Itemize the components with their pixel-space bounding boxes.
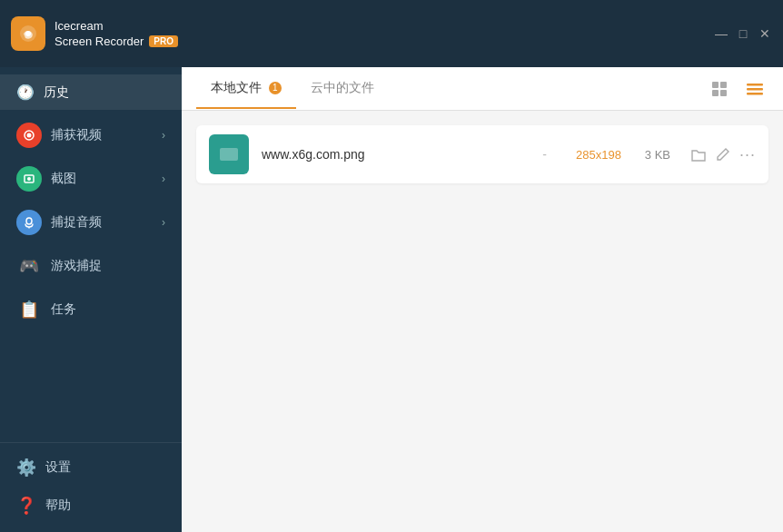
window-controls: — □ ✕ [714, 26, 772, 41]
settings-label: 设置 [45, 459, 71, 476]
screenshot-icon [16, 166, 42, 192]
sidebar-item-help[interactable]: ❓ 帮助 [0, 487, 182, 525]
help-icon: ❓ [16, 496, 36, 516]
file-dash: - [542, 147, 547, 162]
tab-local-files-label: 本地文件 [211, 80, 262, 94]
capture-video-chevron: › [162, 129, 165, 142]
file-thumbnail [209, 134, 249, 174]
minimize-button[interactable]: — [714, 26, 728, 41]
help-label: 帮助 [45, 498, 71, 514]
sidebar-item-capture-video[interactable]: 捕获视频 › [0, 113, 182, 157]
file-list: www.x6g.com.png - 285x198 3 KB [182, 111, 783, 532]
screenshot-label: 截图 [51, 171, 76, 187]
file-size: 3 KB [634, 148, 670, 162]
svg-point-5 [27, 177, 31, 181]
more-options-icon: ··· [739, 145, 756, 164]
svg-rect-9 [720, 82, 727, 88]
svg-point-6 [26, 218, 32, 224]
svg-point-3 [27, 133, 32, 138]
tab-local-files-badge: 1 [269, 82, 282, 94]
tab-local-files[interactable]: 本地文件 1 [196, 69, 296, 109]
history-icon: 🕐 [16, 84, 35, 101]
sidebar-item-settings[interactable]: ⚙️ 设置 [0, 448, 182, 487]
settings-icon: ⚙️ [16, 458, 36, 478]
svg-rect-10 [712, 90, 719, 96]
capture-video-icon [16, 123, 42, 148]
title-bar: Icecream Screen Recorder PRO — □ ✕ [0, 0, 783, 67]
screenshot-chevron: › [162, 172, 165, 185]
maximize-button[interactable]: □ [736, 26, 750, 41]
game-capture-icon: 🎮 [16, 253, 42, 279]
open-folder-button[interactable] [690, 146, 707, 163]
list-view-button[interactable] [741, 75, 768, 103]
file-actions: ··· [690, 145, 756, 164]
app-name: Icecream Screen Recorder PRO [55, 19, 178, 48]
sidebar-bottom: ⚙️ 设置 ❓ 帮助 [0, 442, 182, 525]
tab-cloud-files-label: 云中的文件 [311, 80, 374, 94]
file-name: www.x6g.com.png [262, 147, 522, 162]
sidebar-item-screenshot[interactable]: 截图 › [0, 157, 182, 201]
app-branding: Icecream Screen Recorder PRO [11, 16, 178, 51]
history-label: 历史 [44, 84, 69, 101]
tabs-bar: 本地文件 1 云中的文件 [182, 67, 783, 111]
table-row: www.x6g.com.png - 285x198 3 KB [196, 125, 768, 183]
sidebar-item-history[interactable]: 🕐 历史 [0, 74, 182, 110]
app-name-top: Icecream [55, 19, 178, 34]
tab-cloud-files[interactable]: 云中的文件 [296, 69, 389, 109]
view-toggle [707, 75, 768, 103]
pro-badge: PRO [149, 35, 178, 47]
close-button[interactable]: ✕ [758, 26, 772, 41]
game-capture-label: 游戏捕捉 [51, 258, 102, 274]
sidebar-item-tasks[interactable]: 📋 任务 [0, 288, 182, 331]
more-options-button[interactable]: ··· [739, 145, 756, 164]
tabs: 本地文件 1 云中的文件 [196, 69, 389, 109]
app-logo [11, 16, 45, 51]
main-layout: 🕐 历史 捕获视频 › 截图 › [0, 67, 783, 532]
edit-button[interactable] [716, 147, 730, 162]
sidebar-item-game-capture[interactable]: 🎮 游戏捕捉 [0, 244, 182, 288]
app-name-sub: Screen Recorder [55, 34, 144, 48]
tasks-label: 任务 [51, 301, 76, 318]
svg-point-1 [25, 31, 31, 36]
file-thumb-inner [220, 148, 238, 161]
svg-rect-12 [747, 84, 763, 86]
capture-audio-label: 捕捉音频 [51, 214, 102, 231]
sidebar-item-capture-audio[interactable]: 捕捉音频 › [0, 201, 182, 244]
capture-video-label: 捕获视频 [51, 127, 102, 143]
svg-rect-11 [720, 90, 727, 96]
content-area: 本地文件 1 云中的文件 [182, 67, 783, 532]
tasks-icon: 📋 [16, 297, 42, 322]
grid-view-button[interactable] [707, 76, 732, 102]
svg-rect-8 [712, 82, 719, 88]
capture-audio-icon [16, 210, 42, 235]
svg-rect-13 [747, 88, 763, 91]
svg-rect-14 [747, 93, 763, 95]
file-dimensions: 285x198 [567, 148, 621, 162]
sidebar: 🕐 历史 捕获视频 › 截图 › [0, 67, 182, 532]
capture-audio-chevron: › [162, 216, 165, 229]
